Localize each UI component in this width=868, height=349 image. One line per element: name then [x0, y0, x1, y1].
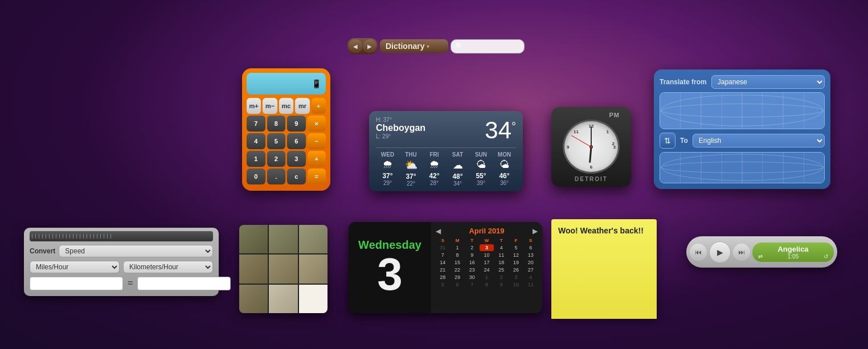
- puzzle-tile-8[interactable]: [269, 285, 297, 313]
- puzzle-tile-3[interactable]: [299, 225, 327, 253]
- calc-btn-4[interactable]: 4: [247, 133, 265, 149]
- cal-27[interactable]: 27: [523, 266, 538, 273]
- cal-2b[interactable]: 2: [494, 274, 509, 281]
- puzzle-tile-2[interactable]: [269, 225, 297, 253]
- cal-24[interactable]: 24: [480, 266, 494, 273]
- clock-face: 12 3 6 9 1 11 2: [563, 120, 620, 174]
- calc-btn-8[interactable]: 8: [267, 116, 286, 132]
- cal-23[interactable]: 23: [465, 266, 479, 273]
- calc-btn-m-minus[interactable]: m−: [263, 98, 277, 114]
- cal-5[interactable]: 5: [509, 244, 523, 251]
- cal-1[interactable]: 1: [451, 244, 465, 251]
- calc-btn-multiply[interactable]: ×: [308, 116, 326, 132]
- dict-search-input[interactable]: [451, 39, 525, 54]
- calc-btn-mc[interactable]: mc: [279, 98, 293, 114]
- dict-back-button[interactable]: ◀: [349, 39, 362, 53]
- forecast-sat: SAT ☁ 48° 34°: [446, 151, 469, 187]
- puzzle-tile-9-empty[interactable]: [299, 285, 327, 313]
- calc-btn-m-plus[interactable]: m+: [247, 98, 261, 114]
- cal-8b[interactable]: 8: [480, 281, 494, 288]
- calendar-month-title: April 2019: [469, 227, 504, 235]
- puzzle-tile-7[interactable]: [239, 285, 268, 313]
- calc-btn-mr[interactable]: mr: [295, 98, 309, 114]
- cal-4b[interactable]: 4: [523, 274, 538, 281]
- calc-btn-5[interactable]: 5: [267, 133, 286, 149]
- forecast-thu: THU ⛅ 37° 22°: [399, 151, 423, 187]
- cal-8[interactable]: 8: [451, 252, 465, 258]
- cal-10b[interactable]: 10: [509, 281, 523, 288]
- calc-btn-0[interactable]: 0: [247, 169, 265, 184]
- cal-26[interactable]: 26: [509, 266, 523, 273]
- calc-btn-2[interactable]: 2: [267, 151, 286, 167]
- music-next-button[interactable]: ⏭: [733, 244, 750, 261]
- cal-13[interactable]: 13: [523, 252, 538, 258]
- cal-2[interactable]: 2: [465, 244, 479, 251]
- puzzle-tile-5[interactable]: [269, 254, 297, 283]
- cal-4[interactable]: 4: [494, 244, 509, 251]
- calc-btn-clear[interactable]: c: [287, 169, 306, 184]
- puzzle-tile-4[interactable]: [239, 254, 268, 283]
- calc-btn-decimal[interactable]: .: [267, 169, 286, 184]
- translator-swap-button[interactable]: ⇅: [660, 133, 675, 149]
- cal-6[interactable]: 6: [523, 244, 538, 251]
- converter-category-select[interactable]: Speed: [59, 245, 213, 257]
- cal-28[interactable]: 28: [436, 274, 450, 281]
- calendar-prev-button[interactable]: ◀: [436, 227, 441, 235]
- calc-btn-9[interactable]: 9: [287, 116, 306, 132]
- cal-1b[interactable]: 1: [480, 274, 494, 281]
- dict-title: Dictionary: [386, 42, 424, 51]
- cal-3b[interactable]: 3: [509, 274, 523, 281]
- cal-7b[interactable]: 7: [465, 281, 479, 288]
- cal-31[interactable]: 31: [436, 244, 450, 251]
- cal-9[interactable]: 9: [465, 252, 479, 258]
- converter-input-field[interactable]: [30, 277, 123, 290]
- translator-to-label: To: [680, 137, 688, 145]
- cal-17[interactable]: 17: [480, 259, 494, 266]
- calendar-day-section: Wednesday 3: [349, 222, 431, 313]
- cal-22[interactable]: 22: [451, 266, 465, 273]
- cal-16[interactable]: 16: [465, 259, 479, 266]
- cal-9b[interactable]: 9: [494, 281, 509, 288]
- cal-12[interactable]: 12: [509, 252, 523, 258]
- cal-header-s1: S: [436, 237, 450, 244]
- calendar-next-button[interactable]: ▶: [533, 227, 538, 235]
- cal-14[interactable]: 14: [436, 259, 450, 266]
- calc-btn-divide[interactable]: ÷: [312, 98, 326, 114]
- cal-5b[interactable]: 5: [436, 281, 450, 288]
- cal-15[interactable]: 15: [451, 259, 465, 266]
- cal-29[interactable]: 29: [451, 274, 465, 281]
- translator-to-select[interactable]: English: [693, 134, 825, 147]
- converter-to-unit-select[interactable]: Kilometers/Hour: [123, 261, 213, 273]
- cal-18[interactable]: 18: [494, 259, 509, 266]
- converter-output-field[interactable]: [137, 277, 231, 290]
- clock-11: 11: [574, 129, 579, 134]
- cal-3-today[interactable]: 3: [480, 244, 494, 251]
- dict-forward-button[interactable]: ▶: [363, 39, 376, 53]
- cal-21[interactable]: 21: [436, 266, 450, 273]
- calc-btn-1[interactable]: 1: [247, 151, 265, 167]
- puzzle-tile-6[interactable]: [299, 254, 327, 283]
- forecast-wed: WED 🌨 37° 29°: [376, 151, 399, 187]
- cal-30[interactable]: 30: [465, 274, 479, 281]
- calc-btn-subtract[interactable]: −: [308, 133, 326, 149]
- cal-19[interactable]: 19: [509, 259, 523, 266]
- cal-11b[interactable]: 11: [523, 281, 538, 288]
- translator-from-select[interactable]: Japanese: [711, 75, 825, 89]
- calc-btn-equals[interactable]: =: [308, 169, 326, 184]
- cal-20[interactable]: 20: [523, 259, 538, 266]
- converter-from-unit-select[interactable]: Miles/Hour: [30, 261, 120, 273]
- calc-display: 📱: [247, 73, 326, 95]
- calc-btn-3[interactable]: 3: [287, 151, 306, 167]
- music-play-button[interactable]: ▶: [709, 241, 731, 263]
- cal-11[interactable]: 11: [494, 252, 509, 258]
- calc-btn-7[interactable]: 7: [247, 116, 265, 132]
- cal-6b[interactable]: 6: [451, 281, 465, 288]
- cal-7[interactable]: 7: [436, 252, 450, 258]
- dict-dropdown[interactable]: Dictionary ▾: [380, 39, 448, 53]
- calc-btn-add[interactable]: +: [308, 151, 326, 167]
- calc-btn-6[interactable]: 6: [287, 133, 306, 149]
- puzzle-tile-1[interactable]: [239, 225, 268, 253]
- cal-25[interactable]: 25: [494, 266, 509, 273]
- cal-10[interactable]: 10: [480, 252, 494, 258]
- music-prev-button[interactable]: ⏮: [690, 244, 707, 261]
